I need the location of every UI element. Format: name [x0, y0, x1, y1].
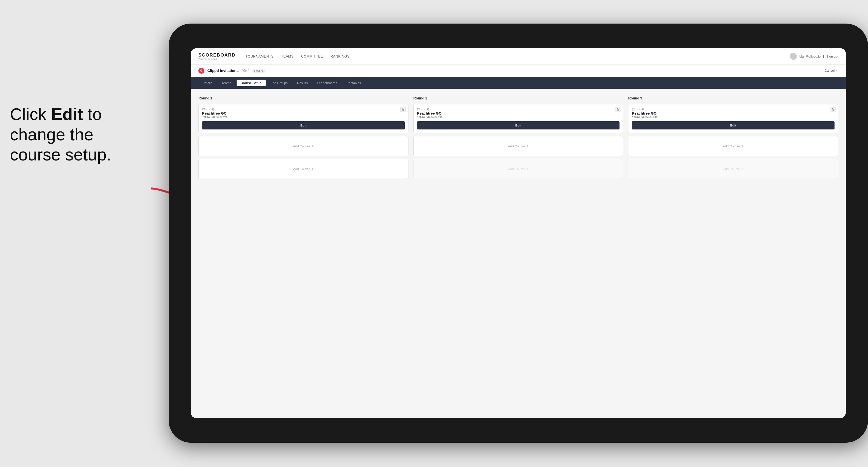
round-2-edit-button[interactable]: Edit: [417, 121, 620, 129]
nav-rankings[interactable]: RANKINGS: [331, 54, 350, 58]
tournament-title: Clippd Invitational: [207, 68, 240, 73]
sub-header: C Clippd Invitational (Men) Hosting Canc…: [191, 64, 846, 77]
cancel-button[interactable]: Cancel ✕: [825, 69, 838, 72]
tablet-frame: SCOREBOARD Powered by clippd TOURNAMENTS…: [168, 24, 868, 443]
round-2-course-label: (Course A): [417, 108, 620, 111]
scoreboard-logo: SCOREBOARD Powered by clippd: [198, 53, 236, 60]
logo-sub: Powered by clippd: [198, 58, 236, 60]
round-3-delete-button[interactable]: 🗑: [830, 107, 836, 112]
tab-results[interactable]: Results: [293, 80, 312, 86]
nav-committee[interactable]: COMMITTEE: [301, 54, 323, 58]
round-3-add-course-1[interactable]: Add Course +: [628, 136, 838, 156]
round-3-course-name: Peachtree GC: [632, 111, 835, 115]
tab-details[interactable]: Details: [198, 80, 216, 86]
sub-header-logo: C: [198, 68, 204, 74]
round-2-column: Round 2 🗑 (Course A) Peachtree GC Yellow…: [413, 96, 623, 179]
round-2-course-tee: Yellow (M) (6629 yds): [417, 115, 620, 118]
round-2-course-card: 🗑 (Course A) Peachtree GC Yellow (M) (66…: [413, 104, 623, 133]
nav-user: blair@clippd.io | Sign out: [790, 53, 838, 60]
nav-tournaments[interactable]: TOURNAMENTS: [246, 54, 274, 58]
tab-printables[interactable]: Printables: [342, 80, 365, 86]
round-3-add-course-2: Add Course +: [628, 159, 838, 179]
round-1-add-course-1[interactable]: Add Course +: [198, 136, 408, 156]
round-1-course-name: Peachtree GC: [202, 111, 405, 115]
round-3-edit-button[interactable]: Edit: [632, 121, 835, 129]
round-3-course-tee: Yellow (M) (6629 yds): [632, 115, 835, 118]
tab-teams[interactable]: Teams: [218, 80, 235, 86]
round-1-delete-button[interactable]: 🗑: [400, 107, 406, 112]
round-1-title: Round 1: [198, 96, 408, 100]
top-nav: SCOREBOARD Powered by clippd TOURNAMENTS…: [191, 49, 846, 64]
round-2-delete-button[interactable]: 🗑: [615, 107, 620, 112]
user-email: blair@clippd.io: [799, 55, 820, 58]
rounds-container: Round 1 🗑 (Course A) Peachtree GC Yellow…: [198, 96, 838, 179]
round-2-course-name: Peachtree GC: [417, 111, 620, 115]
tournament-gender: (Men): [242, 69, 249, 72]
logo-title: SCOREBOARD: [198, 53, 236, 58]
round-3-add-course-2-label: Add Course: [723, 167, 740, 171]
tab-tee-groups[interactable]: Tee Groups: [267, 80, 292, 86]
round-1-add-course-2[interactable]: Add Course +: [198, 159, 408, 179]
round-3-title: Round 3: [628, 96, 838, 100]
user-avatar: [790, 53, 797, 60]
round-2-add-course-2: Add Course +: [413, 159, 623, 179]
round-3-column: Round 3 🗑 (Course A) Peachtree GC Yellow…: [628, 96, 838, 179]
tab-bar: Details Teams Course Setup Tee Groups Re…: [191, 77, 846, 89]
instruction-text: Click Edit tochange thecourse setup.: [10, 104, 154, 165]
sign-out-link[interactable]: Sign out: [826, 55, 838, 58]
tablet-screen: SCOREBOARD Powered by clippd TOURNAMENTS…: [191, 49, 846, 418]
round-1-add-course-1-plus: +: [311, 144, 313, 148]
round-2-add-course-2-label: Add Course: [508, 167, 525, 171]
round-1-course-card: 🗑 (Course A) Peachtree GC Yellow (M) (66…: [198, 104, 408, 133]
round-1-column: Round 1 🗑 (Course A) Peachtree GC Yellow…: [198, 96, 408, 179]
round-1-add-course-2-label: Add Course: [293, 167, 310, 171]
round-2-title: Round 2: [413, 96, 623, 100]
round-1-add-course-1-label: Add Course: [293, 144, 310, 148]
round-1-course-tee: Yellow (M) (6629 yds): [202, 115, 405, 118]
round-1-course-label: (Course A): [202, 108, 405, 111]
round-3-add-course-2-plus: +: [741, 167, 744, 171]
round-1-edit-button[interactable]: Edit: [202, 121, 405, 129]
round-3-add-course-1-plus: +: [741, 144, 744, 148]
round-2-add-course-2-plus: +: [526, 167, 528, 171]
round-3-course-label: (Course A): [632, 108, 835, 111]
round-3-add-course-1-label: Add Course: [723, 144, 740, 148]
round-2-add-course-1[interactable]: Add Course +: [413, 136, 623, 156]
hosting-badge: Hosting: [252, 69, 266, 73]
round-1-add-course-2-plus: +: [311, 167, 313, 171]
content-area: Round 1 🗑 (Course A) Peachtree GC Yellow…: [191, 89, 846, 418]
nav-links: TOURNAMENTS TEAMS COMMITTEE RANKINGS: [246, 54, 790, 58]
tab-course-setup[interactable]: Course Setup: [237, 80, 266, 86]
round-3-course-card: 🗑 (Course A) Peachtree GC Yellow (M) (66…: [628, 104, 838, 133]
round-2-add-course-1-label: Add Course: [508, 144, 525, 148]
nav-separator: |: [823, 55, 824, 58]
nav-teams[interactable]: TEAMS: [281, 54, 293, 58]
tab-leaderboards[interactable]: Leaderboards: [313, 80, 341, 86]
round-2-add-course-1-plus: +: [526, 144, 528, 148]
